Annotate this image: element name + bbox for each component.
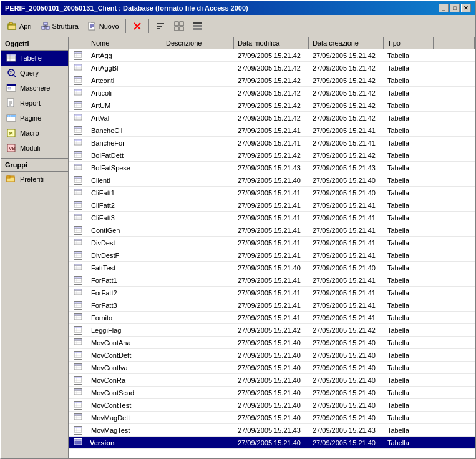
table-row[interactable]: BolFatSpese27/09/2005 15.21.4327/09/2005… [69, 162, 475, 174]
col-header-desc[interactable]: Descrizione [162, 37, 234, 49]
table-row[interactable]: ArtUM27/09/2005 15.21.4227/09/2005 15.21… [69, 99, 475, 112]
col-header-tipo[interactable]: Tipo [384, 37, 434, 49]
preferiti-icon [6, 174, 16, 184]
restore-button[interactable]: □ [450, 4, 460, 12]
toolbar: Apri Struttura [1, 15, 475, 37]
row-modified: 27/09/2005 15.21.43 [234, 164, 309, 172]
close-button[interactable]: ✕ [461, 4, 471, 12]
table-row[interactable]: BolFatDett27/09/2005 15.21.4227/09/2005 … [69, 149, 475, 162]
row-name: Artconti [87, 76, 162, 85]
svg-rect-112 [74, 239, 82, 241]
svg-rect-156 [74, 377, 82, 378]
table-body[interactable]: ArtAgg27/09/2005 15.21.4227/09/2005 15.2… [69, 49, 475, 458]
col-header-modifica[interactable]: Data modifica [234, 37, 309, 49]
table-row[interactable]: Artconti27/09/2005 15.21.4227/09/2005 15… [69, 74, 475, 87]
open-button[interactable]: Apri [4, 17, 36, 35]
row-name: BolFatDett [87, 151, 162, 160]
col-header-nome[interactable]: Nome [87, 37, 162, 49]
col-header-creazione[interactable]: Data creazione [309, 37, 384, 49]
sidebar-item-preferiti[interactable]: Preferiti [1, 172, 68, 187]
structure-icon [41, 21, 51, 31]
table-row[interactable]: ArtVal27/09/2005 15.21.4227/09/2005 15.2… [69, 112, 475, 124]
row-icon [69, 313, 87, 323]
table-item-icon [74, 289, 82, 297]
sidebar-item-query[interactable]: ? Query [1, 66, 68, 81]
row-icon [69, 63, 87, 73]
table-row[interactable]: Articoli27/09/2005 15.21.4227/09/2005 15… [69, 87, 475, 99]
table-item-icon [74, 376, 82, 385]
sidebar-item-moduli[interactable]: VB Moduli [1, 141, 68, 155]
row-name: ForFatt1 [87, 276, 162, 285]
view-btn-1[interactable] [152, 17, 169, 35]
row-modified: 27/09/2005 15.21.41 [234, 189, 309, 197]
row-created: 27/09/2005 15.21.42 [309, 89, 384, 97]
table-row[interactable]: Version27/09/2005 15.21.4027/09/2005 15.… [69, 437, 475, 449]
row-created: 27/09/2005 15.21.40 [309, 376, 384, 385]
table-row[interactable]: MovContAna27/09/2005 15.21.4027/09/2005 … [69, 337, 475, 349]
row-type: Tabella [384, 151, 434, 160]
view-btn-3[interactable] [189, 17, 206, 35]
table-row[interactable]: Fornito27/09/2005 15.21.4127/09/2005 15.… [69, 312, 475, 324]
table-row[interactable]: CliFatt227/09/2005 15.21.4127/09/2005 15… [69, 199, 475, 212]
sidebar-item-report[interactable]: Report [1, 96, 68, 111]
moduli-icon: VB [6, 143, 16, 153]
table-row[interactable]: LeggiFlag27/09/2005 15.21.4227/09/2005 1… [69, 324, 475, 337]
svg-rect-140 [74, 327, 82, 328]
table-row[interactable]: MovContIva27/09/2005 15.21.4027/09/2005 … [69, 362, 475, 374]
row-icon [69, 413, 87, 423]
row-name: FattTest [87, 264, 162, 272]
sidebar-item-maschere[interactable]: Maschere [1, 81, 68, 96]
row-icon [69, 138, 87, 148]
svg-rect-108 [74, 227, 82, 229]
table-row[interactable]: DivDest27/09/2005 15.21.4127/09/2005 15.… [69, 237, 475, 249]
row-icon [69, 113, 87, 123]
view-btn-2[interactable] [170, 17, 188, 35]
structure-button[interactable]: Struttura [37, 17, 82, 35]
row-name: CliFatt1 [87, 189, 162, 197]
objects-section-title: Oggetti [1, 37, 68, 51]
table-row[interactable]: DivDestF27/09/2005 15.21.4127/09/2005 15… [69, 249, 475, 262]
table-item-icon [74, 351, 82, 360]
groups-section-title: Gruppi [1, 158, 68, 172]
table-row[interactable]: MovMagTest27/09/2005 15.21.4327/09/2005 … [69, 424, 475, 437]
row-name: Fornito [87, 313, 162, 322]
new-button[interactable]: Nuovo [84, 17, 123, 35]
report-icon [6, 98, 16, 108]
svg-rect-20 [180, 22, 183, 26]
table-row[interactable]: ContiGen27/09/2005 15.21.4127/09/2005 15… [69, 224, 475, 237]
table-row[interactable]: MovMagDett27/09/2005 15.21.4027/09/2005 … [69, 412, 475, 424]
table-row[interactable]: ForFatt127/09/2005 15.21.4127/09/2005 15… [69, 274, 475, 287]
table-row[interactable]: BancheFor27/09/2005 15.21.4127/09/2005 1… [69, 137, 475, 149]
svg-rect-1 [8, 25, 16, 29]
table-row[interactable]: MovContTest27/09/2005 15.21.4027/09/2005… [69, 399, 475, 412]
sidebar-item-tabelle[interactable]: Tabelle [1, 51, 68, 66]
table-row[interactable]: BancheCli27/09/2005 15.21.4127/09/2005 1… [69, 124, 475, 137]
table-row[interactable]: CliFatt127/09/2005 15.21.4127/09/2005 15… [69, 187, 475, 199]
row-icon [69, 425, 87, 435]
table-row[interactable]: MovContScad27/09/2005 15.21.4027/09/2005… [69, 387, 475, 399]
svg-rect-100 [74, 202, 82, 204]
svg-rect-34 [7, 84, 16, 86]
table-row[interactable]: ForFatt327/09/2005 15.21.4127/09/2005 15… [69, 299, 475, 312]
table-row[interactable]: ArtAggBl27/09/2005 15.21.4227/09/2005 15… [69, 62, 475, 74]
row-icon [69, 388, 87, 398]
row-created: 27/09/2005 15.21.40 [309, 264, 384, 272]
row-created: 27/09/2005 15.21.41 [309, 126, 384, 135]
table-row[interactable]: ForFatt227/09/2005 15.21.4127/09/2005 15… [69, 287, 475, 299]
delete-button[interactable] [129, 17, 146, 35]
row-modified: 27/09/2005 15.21.41 [234, 226, 309, 235]
svg-rect-56 [74, 64, 82, 66]
row-created: 27/09/2005 15.21.41 [309, 251, 384, 260]
table-row[interactable]: CliFatt327/09/2005 15.21.4127/09/2005 15… [69, 212, 475, 224]
row-icon [69, 350, 87, 360]
sidebar-item-pagine[interactable]: Pagine [1, 111, 68, 126]
minimize-button[interactable]: _ [439, 4, 449, 12]
table-row[interactable]: FattTest27/09/2005 15.21.4027/09/2005 15… [69, 262, 475, 274]
table-row[interactable]: MovConRa27/09/2005 15.21.4027/09/2005 15… [69, 374, 475, 387]
table-row[interactable]: MovContDett27/09/2005 15.21.4027/09/2005… [69, 349, 475, 362]
row-modified: 27/09/2005 15.21.41 [234, 139, 309, 147]
sidebar-item-macro[interactable]: M Macro [1, 126, 68, 141]
table-row[interactable]: ArtAgg27/09/2005 15.21.4227/09/2005 15.2… [69, 49, 475, 62]
table-row[interactable]: Clienti27/09/2005 15.21.4027/09/2005 15.… [69, 174, 475, 187]
row-type: Tabella [384, 89, 434, 97]
